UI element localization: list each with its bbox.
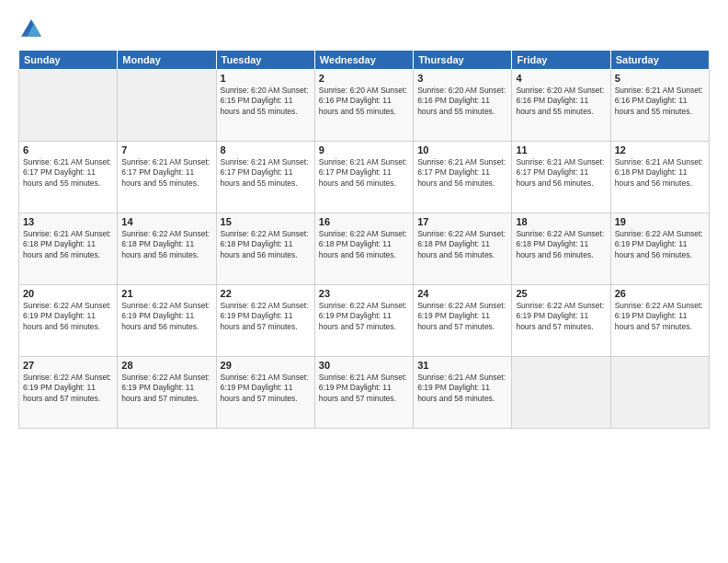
calendar-row-3: 20Sunrise: 6:22 AM Sunset: 6:19 PM Dayli… <box>19 285 710 357</box>
day-info: Sunrise: 6:22 AM Sunset: 6:19 PM Dayligh… <box>516 301 606 332</box>
calendar-cell <box>512 357 610 429</box>
calendar-cell: 16Sunrise: 6:22 AM Sunset: 6:18 PM Dayli… <box>314 213 413 285</box>
calendar-cell: 3Sunrise: 6:20 AM Sunset: 6:16 PM Daylig… <box>414 70 512 142</box>
day-number: 7 <box>121 144 211 155</box>
day-info: Sunrise: 6:20 AM Sunset: 6:15 PM Dayligh… <box>221 86 311 117</box>
day-info: Sunrise: 6:21 AM Sunset: 6:19 PM Dayligh… <box>417 373 507 404</box>
calendar-cell: 31Sunrise: 6:21 AM Sunset: 6:19 PM Dayli… <box>414 357 512 429</box>
calendar-cell: 29Sunrise: 6:21 AM Sunset: 6:19 PM Dayli… <box>216 357 314 429</box>
day-number: 3 <box>417 73 507 84</box>
calendar-cell: 8Sunrise: 6:21 AM Sunset: 6:17 PM Daylig… <box>216 142 314 213</box>
header-cell-saturday: Saturday <box>610 51 709 70</box>
day-number: 15 <box>221 216 311 227</box>
day-info: Sunrise: 6:22 AM Sunset: 6:19 PM Dayligh… <box>23 301 113 332</box>
day-number: 23 <box>319 288 409 299</box>
header-row: SundayMondayTuesdayWednesdayThursdayFrid… <box>19 51 710 70</box>
header-cell-friday: Friday <box>512 51 610 70</box>
day-info: Sunrise: 6:22 AM Sunset: 6:19 PM Dayligh… <box>121 373 211 404</box>
day-info: Sunrise: 6:20 AM Sunset: 6:16 PM Dayligh… <box>516 86 606 117</box>
day-number: 20 <box>23 288 113 299</box>
day-info: Sunrise: 6:21 AM Sunset: 6:17 PM Dayligh… <box>221 157 311 189</box>
calendar-cell: 13Sunrise: 6:21 AM Sunset: 6:18 PM Dayli… <box>19 213 118 285</box>
day-number: 31 <box>417 360 507 371</box>
day-info: Sunrise: 6:21 AM Sunset: 6:17 PM Dayligh… <box>319 157 409 189</box>
day-number: 6 <box>23 144 113 155</box>
day-number: 19 <box>615 216 705 227</box>
calendar-cell: 26Sunrise: 6:22 AM Sunset: 6:19 PM Dayli… <box>610 285 709 357</box>
day-info: Sunrise: 6:21 AM Sunset: 6:17 PM Dayligh… <box>417 157 507 189</box>
calendar-cell: 14Sunrise: 6:22 AM Sunset: 6:18 PM Dayli… <box>118 213 216 285</box>
day-info: Sunrise: 6:22 AM Sunset: 6:18 PM Dayligh… <box>319 229 409 260</box>
calendar-cell: 21Sunrise: 6:22 AM Sunset: 6:19 PM Dayli… <box>118 285 216 357</box>
calendar-cell: 24Sunrise: 6:22 AM Sunset: 6:19 PM Dayli… <box>414 285 512 357</box>
calendar-body: 1Sunrise: 6:20 AM Sunset: 6:15 PM Daylig… <box>19 70 710 429</box>
calendar-cell: 15Sunrise: 6:22 AM Sunset: 6:18 PM Dayli… <box>216 213 314 285</box>
calendar-cell: 20Sunrise: 6:22 AM Sunset: 6:19 PM Dayli… <box>19 285 118 357</box>
header-cell-monday: Monday <box>118 51 216 70</box>
calendar-cell: 2Sunrise: 6:20 AM Sunset: 6:16 PM Daylig… <box>314 70 413 142</box>
calendar-row-0: 1Sunrise: 6:20 AM Sunset: 6:15 PM Daylig… <box>19 70 710 142</box>
day-info: Sunrise: 6:21 AM Sunset: 6:17 PM Dayligh… <box>516 157 606 189</box>
header-cell-sunday: Sunday <box>19 51 118 70</box>
day-number: 13 <box>23 216 113 227</box>
day-info: Sunrise: 6:22 AM Sunset: 6:19 PM Dayligh… <box>417 301 507 332</box>
day-info: Sunrise: 6:21 AM Sunset: 6:16 PM Dayligh… <box>615 86 705 117</box>
day-info: Sunrise: 6:22 AM Sunset: 6:19 PM Dayligh… <box>121 301 211 332</box>
calendar-table: SundayMondayTuesdayWednesdayThursdayFrid… <box>18 50 710 429</box>
calendar-cell: 28Sunrise: 6:22 AM Sunset: 6:19 PM Dayli… <box>118 357 216 429</box>
day-info: Sunrise: 6:21 AM Sunset: 6:17 PM Dayligh… <box>23 157 113 189</box>
calendar-cell: 4Sunrise: 6:20 AM Sunset: 6:16 PM Daylig… <box>512 70 610 142</box>
header-cell-thursday: Thursday <box>414 51 512 70</box>
day-number: 30 <box>319 360 409 371</box>
day-number: 12 <box>615 144 705 155</box>
day-number: 2 <box>319 73 409 84</box>
day-number: 18 <box>516 216 606 227</box>
calendar-row-4: 27Sunrise: 6:22 AM Sunset: 6:19 PM Dayli… <box>19 357 710 429</box>
day-info: Sunrise: 6:22 AM Sunset: 6:18 PM Dayligh… <box>121 229 211 260</box>
calendar-cell: 1Sunrise: 6:20 AM Sunset: 6:15 PM Daylig… <box>216 70 314 142</box>
day-number: 17 <box>417 216 507 227</box>
calendar-cell: 18Sunrise: 6:22 AM Sunset: 6:18 PM Dayli… <box>512 213 610 285</box>
day-number: 11 <box>516 144 606 155</box>
day-info: Sunrise: 6:22 AM Sunset: 6:19 PM Dayligh… <box>615 301 705 332</box>
day-number: 8 <box>221 144 311 155</box>
calendar-cell <box>118 70 216 142</box>
day-number: 28 <box>121 360 211 371</box>
calendar-cell: 25Sunrise: 6:22 AM Sunset: 6:19 PM Dayli… <box>512 285 610 357</box>
day-info: Sunrise: 6:21 AM Sunset: 6:17 PM Dayligh… <box>121 157 211 189</box>
calendar-cell: 5Sunrise: 6:21 AM Sunset: 6:16 PM Daylig… <box>610 70 709 142</box>
calendar-cell: 27Sunrise: 6:22 AM Sunset: 6:19 PM Dayli… <box>19 357 118 429</box>
day-info: Sunrise: 6:22 AM Sunset: 6:19 PM Dayligh… <box>319 301 409 332</box>
calendar-cell: 17Sunrise: 6:22 AM Sunset: 6:18 PM Dayli… <box>414 213 512 285</box>
day-info: Sunrise: 6:21 AM Sunset: 6:19 PM Dayligh… <box>319 373 409 404</box>
calendar-cell: 23Sunrise: 6:22 AM Sunset: 6:19 PM Dayli… <box>314 285 413 357</box>
logo-icon <box>18 17 44 42</box>
day-info: Sunrise: 6:21 AM Sunset: 6:18 PM Dayligh… <box>615 157 705 189</box>
day-info: Sunrise: 6:20 AM Sunset: 6:16 PM Dayligh… <box>417 86 507 117</box>
calendar-cell: 6Sunrise: 6:21 AM Sunset: 6:17 PM Daylig… <box>19 142 118 213</box>
calendar-cell: 7Sunrise: 6:21 AM Sunset: 6:17 PM Daylig… <box>118 142 216 213</box>
calendar-cell: 19Sunrise: 6:22 AM Sunset: 6:19 PM Dayli… <box>610 213 709 285</box>
calendar-cell: 12Sunrise: 6:21 AM Sunset: 6:18 PM Dayli… <box>610 142 709 213</box>
day-info: Sunrise: 6:22 AM Sunset: 6:19 PM Dayligh… <box>221 301 311 332</box>
day-number: 22 <box>221 288 311 299</box>
day-number: 9 <box>319 144 409 155</box>
calendar-row-1: 6Sunrise: 6:21 AM Sunset: 6:17 PM Daylig… <box>19 142 710 213</box>
logo <box>18 17 48 42</box>
calendar-header: SundayMondayTuesdayWednesdayThursdayFrid… <box>19 51 710 70</box>
calendar-cell <box>19 70 118 142</box>
page: SundayMondayTuesdayWednesdayThursdayFrid… <box>0 0 728 563</box>
calendar-cell: 11Sunrise: 6:21 AM Sunset: 6:17 PM Dayli… <box>512 142 610 213</box>
day-number: 1 <box>221 73 311 84</box>
day-number: 24 <box>417 288 507 299</box>
header-cell-tuesday: Tuesday <box>216 51 314 70</box>
day-number: 26 <box>615 288 705 299</box>
day-info: Sunrise: 6:22 AM Sunset: 6:18 PM Dayligh… <box>221 229 311 260</box>
day-info: Sunrise: 6:20 AM Sunset: 6:16 PM Dayligh… <box>319 86 409 117</box>
day-info: Sunrise: 6:22 AM Sunset: 6:18 PM Dayligh… <box>417 229 507 260</box>
day-info: Sunrise: 6:21 AM Sunset: 6:19 PM Dayligh… <box>221 373 311 404</box>
day-info: Sunrise: 6:22 AM Sunset: 6:18 PM Dayligh… <box>516 229 606 260</box>
calendar-cell: 10Sunrise: 6:21 AM Sunset: 6:17 PM Dayli… <box>414 142 512 213</box>
day-number: 5 <box>615 73 705 84</box>
day-number: 16 <box>319 216 409 227</box>
